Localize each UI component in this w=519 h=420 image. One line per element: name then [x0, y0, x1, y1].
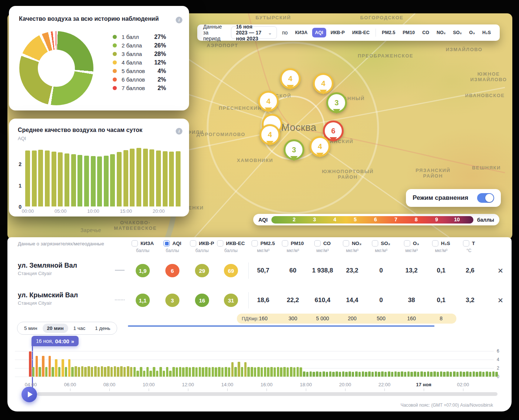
legend-value: 4%: [151, 68, 166, 75]
map-marker[interactable]: 3: [326, 92, 347, 113]
map-marker[interactable]: 4: [258, 91, 279, 112]
interval-option[interactable]: 20 мин: [43, 324, 68, 333]
aqi-scale-tick: 6: [374, 216, 377, 222]
pollutant-option-pm10[interactable]: PM10: [400, 28, 418, 37]
map-marker[interactable]: 4: [313, 73, 334, 94]
checkbox-no₂[interactable]: [343, 240, 349, 247]
timeline-bar: [355, 371, 358, 377]
timeline-bar: [319, 372, 322, 377]
checkbox-h₂s[interactable]: [432, 240, 439, 247]
map-marker[interactable]: 4: [280, 68, 301, 89]
pollutant-option-pm2.5[interactable]: PM2.5: [379, 28, 398, 37]
timeline-xtick-label: 18:00: [300, 382, 312, 387]
hourly-bar: [156, 151, 161, 206]
aqi-scale-tick: 3: [313, 216, 316, 222]
tooltip-time: 04:00: [55, 338, 69, 344]
timeline-bar: [290, 367, 292, 377]
timeline-bar: [149, 371, 152, 377]
column-label: PM2.5: [260, 241, 275, 246]
timeline-bar: [332, 372, 335, 377]
timeline-bar: [280, 367, 282, 377]
timeline-bar: [463, 372, 465, 377]
score-badge: 6: [165, 264, 179, 277]
marker-tail: [330, 137, 337, 142]
column-header-co: COмкг/м³: [314, 240, 331, 253]
timeline-bar: [479, 371, 482, 377]
timeline-bar: [339, 372, 341, 377]
pollutant-option-икв-р[interactable]: ИКВ-Р: [328, 28, 348, 37]
column-unit: мкг/м³: [343, 248, 361, 253]
map-marker[interactable]: 4: [310, 136, 330, 157]
pollutant-option-икв-ес[interactable]: ИКВ-ЕС: [349, 28, 373, 37]
pollutant-value: 0,1: [437, 297, 446, 304]
station-name: ул. Земляной Вал: [18, 262, 77, 269]
timeline-gridline: [15, 360, 494, 360]
timeline-bar: [297, 367, 299, 377]
checkbox-aqi[interactable]: [163, 240, 170, 247]
checkbox-икв-ес[interactable]: [217, 240, 224, 247]
pdk-value: 5 000: [316, 315, 329, 321]
timezone-label: Часовой пояс: (GMT +07:00) Asia/Novosibi…: [400, 403, 493, 408]
timeline-bar: [348, 371, 351, 377]
hourly-bar: [143, 149, 148, 206]
timeline-bar: [45, 367, 48, 377]
checkbox-pm10[interactable]: [282, 240, 288, 247]
checkbox-икв-р[interactable]: [190, 240, 196, 247]
legend-item: 6 баллов2%: [113, 75, 166, 84]
timeline-xtick-label: 10:00: [143, 382, 155, 387]
pollutant-option-co[interactable]: CO: [419, 28, 432, 37]
hourly-ytick-label: 0: [13, 204, 22, 210]
map-marker[interactable]: 3: [284, 139, 304, 160]
table-scroll-indicator[interactable]: [128, 325, 434, 327]
checkbox-pm2.5[interactable]: [251, 240, 258, 247]
pollutant-option-so₂[interactable]: SO₂: [450, 28, 465, 37]
pdk-value: 500: [377, 315, 385, 321]
legend-value: 12%: [151, 59, 166, 66]
timeline-bar: [388, 371, 390, 377]
timeline-bar: [163, 371, 165, 377]
pollutant-option-aqi[interactable]: AQI: [312, 28, 326, 37]
timeline-bar: [195, 367, 198, 377]
checkbox-co[interactable]: [314, 240, 321, 247]
column-unit: баллы: [132, 248, 154, 253]
timeline-bar: [401, 371, 403, 377]
checkbox-so₂[interactable]: [372, 240, 378, 247]
checkbox-o₃[interactable]: [404, 240, 410, 247]
column-label: T: [472, 241, 475, 246]
date-range-select[interactable]: 16 ноя 2023 — 17 ноя 2023 ⌄: [231, 26, 277, 39]
pollutant-option-o₃[interactable]: O₃: [466, 28, 478, 37]
timeline-bar: [476, 372, 478, 377]
time-cursor-tooltip[interactable]: 16 ноя, 04:00 »: [32, 336, 79, 346]
timeline-bar: [140, 367, 142, 377]
aqi-scale-tick: 7: [394, 216, 397, 222]
timeline-xtick-label: 17 ноя: [416, 382, 431, 387]
pollutant-option-no₂[interactable]: NO₂: [434, 28, 449, 37]
column-header-aqi: AQIбаллы: [163, 240, 181, 253]
checkbox-t[interactable]: [463, 240, 469, 247]
info-icon[interactable]: i: [176, 17, 182, 23]
timeline-bar: [473, 371, 475, 377]
aqi-gradient-bar: 2345678910: [271, 216, 473, 224]
interval-option[interactable]: 5 мин: [20, 324, 42, 333]
interval-option[interactable]: 1 час: [69, 324, 90, 333]
timeline-bar: [469, 372, 472, 377]
legend-item: 2 балла26%: [113, 41, 166, 50]
timeline-scrollbar[interactable]: [37, 392, 497, 396]
pollutant-option-h₂s[interactable]: H₂S: [479, 28, 494, 37]
remove-station-button[interactable]: ✕: [497, 296, 503, 305]
pollutant-option-киза[interactable]: КИЗА: [292, 28, 310, 37]
remove-station-button[interactable]: ✕: [497, 267, 503, 275]
pollutant-value: 38: [408, 297, 415, 304]
interval-option[interactable]: 1 день: [90, 324, 115, 333]
timeline-bar: [306, 372, 309, 377]
play-button[interactable]: [22, 387, 37, 402]
map-marker[interactable]: 4: [260, 124, 280, 145]
timeline-bar: [450, 372, 452, 377]
timeline-xtick-label: 08:00: [103, 382, 116, 387]
history-card-title: Качество воздуха за всю историю наблюден…: [19, 16, 159, 22]
compare-mode-toggle[interactable]: [477, 193, 494, 203]
checkbox-киза[interactable]: [132, 240, 138, 247]
timeline-xtick-label: 06:00: [64, 382, 76, 387]
column-header-икв-ес: ИКВ-ЕСбаллы: [217, 240, 245, 253]
hourly-bar: [104, 156, 109, 206]
